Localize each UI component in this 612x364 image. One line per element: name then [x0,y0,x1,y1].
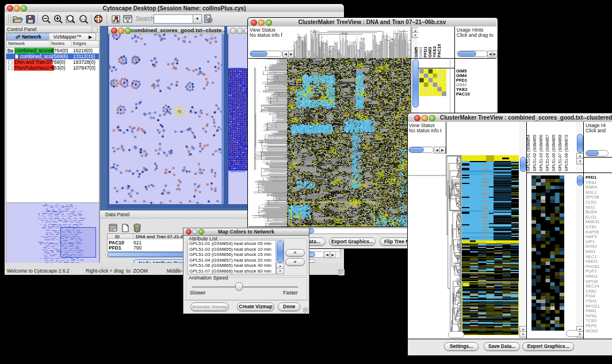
svg-text:1:1: 1:1 [81,17,85,21]
svg-text:B: B [209,18,212,22]
